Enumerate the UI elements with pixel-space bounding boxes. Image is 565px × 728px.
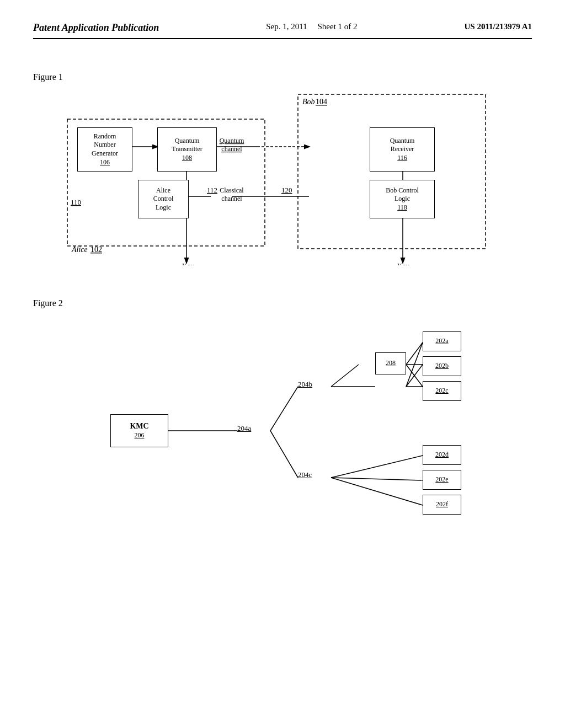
node-204c: 204c <box>298 470 312 479</box>
node-204b: 204b <box>298 380 312 389</box>
figure1-section: Figure 1 Bob 104 Alice 102 Quantum cha <box>33 72 532 265</box>
svg-text:112: 112 <box>207 186 217 194</box>
node-202a-box: 202a <box>423 331 461 351</box>
publication-date: Sep. 1, 2011 <box>266 22 307 31</box>
acl-box: Alice Control Logic <box>138 180 189 218</box>
svg-line-35 <box>331 478 423 480</box>
svg-text:102: 102 <box>90 245 102 254</box>
svg-text:Key: Key <box>397 261 409 265</box>
svg-line-34 <box>331 456 423 478</box>
node-202f-box: 202f <box>423 495 461 515</box>
publication-date-sheet: Sep. 1, 2011 Sheet 1 of 2 <box>266 22 357 31</box>
figure2-section: Figure 2 <box>33 298 532 547</box>
page-header: Patent Application Publication Sep. 1, 2… <box>33 22 532 39</box>
publication-number: US 2011/213979 A1 <box>464 22 532 31</box>
svg-line-30 <box>406 365 423 387</box>
svg-text:Key: Key <box>182 261 194 265</box>
svg-text:Quantum: Quantum <box>220 137 244 144</box>
bcl-box: Bob Control Logic 118 <box>370 180 435 218</box>
publication-title: Patent Application Publication <box>33 22 159 34</box>
svg-line-24 <box>270 387 298 431</box>
svg-text:Bob: Bob <box>302 98 315 106</box>
node-202d-box: 202d <box>423 445 461 465</box>
svg-line-25 <box>270 431 298 478</box>
figure2-label: Figure 2 <box>33 298 532 308</box>
svg-line-31 <box>406 342 423 387</box>
svg-line-28 <box>406 342 423 365</box>
node-202b-box: 202b <box>423 356 461 376</box>
svg-line-26 <box>331 365 359 387</box>
svg-text:Classical: Classical <box>220 186 244 194</box>
node-208-box: 208 <box>375 352 406 374</box>
node-202c-box: 202c <box>423 381 461 401</box>
qr-box: Quantum Receiver 116 <box>370 127 435 172</box>
svg-rect-1 <box>298 94 486 249</box>
kmc-box: KMC 206 <box>110 414 168 447</box>
node-202e-box: 202e <box>423 470 461 490</box>
figure2-diagram: KMC 206 204a 204b 204c 208 202a <box>66 315 497 547</box>
sheet-info: Sheet 1 of 2 <box>317 22 357 31</box>
rng-box: Random Number Generator 106 <box>77 127 132 172</box>
svg-text:channel: channel <box>221 145 242 153</box>
figure1-diagram: Bob 104 Alice 102 Quantum channel 112 <box>66 89 497 265</box>
page: Patent Application Publication Sep. 1, 2… <box>0 0 565 728</box>
svg-line-32 <box>406 365 423 387</box>
qt-box: Quantum Transmitter 108 <box>157 127 217 172</box>
svg-line-36 <box>331 478 423 505</box>
svg-text:Alice: Alice <box>71 245 88 254</box>
svg-text:120: 120 <box>281 186 292 194</box>
svg-text:104: 104 <box>316 98 327 106</box>
node-204a: 204a <box>237 424 251 433</box>
figure1-label: Figure 1 <box>33 72 532 82</box>
svg-text:110: 110 <box>71 198 81 206</box>
svg-text:channel: channel <box>221 195 242 202</box>
